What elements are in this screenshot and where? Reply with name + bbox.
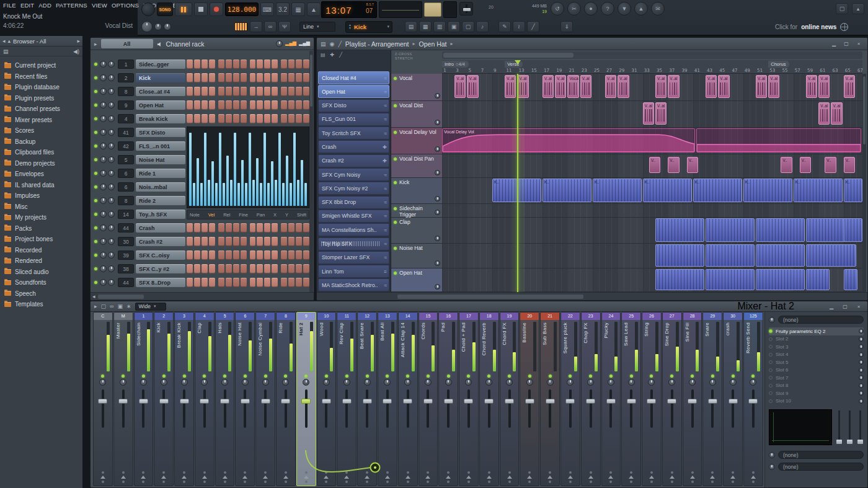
velocity-bar[interactable] <box>286 156 288 206</box>
step-cell[interactable] <box>272 87 278 96</box>
playlist-lane-kick[interactable]: K..K..K..K..K..K..K..K.. <box>442 178 862 204</box>
mixer-strip-hats[interactable]: 5Hats <box>215 312 235 486</box>
step-cell[interactable] <box>281 278 287 287</box>
fx-slot-led[interactable] <box>769 345 773 348</box>
keyboard-editor-icon[interactable]: ▂▄▆ <box>299 40 310 47</box>
strip-mute-led[interactable] <box>439 373 458 379</box>
send-dot[interactable] <box>285 481 287 483</box>
step-cell[interactable] <box>194 223 200 233</box>
step-cell[interactable] <box>209 251 215 260</box>
browser-view-icon[interactable]: ▤ <box>3 48 9 55</box>
clip-kick[interactable]: K.. <box>844 179 862 202</box>
step-cell[interactable] <box>241 73 247 82</box>
send-dot[interactable] <box>488 481 490 483</box>
browser-item-il-shared-data[interactable]: IL shared data <box>0 180 82 191</box>
mixer-plugin-icon[interactable]: ▣ <box>117 303 123 309</box>
send-dot[interactable] <box>508 481 511 483</box>
playlist-track-header-vocal-dist-pan[interactable]: Vocal Dist Pan <box>391 154 442 178</box>
strip-fader[interactable] <box>236 388 254 430</box>
step-cell[interactable] <box>272 73 278 82</box>
graph-editor-icon[interactable]: ▂▄▆ <box>285 40 296 47</box>
step-cell[interactable] <box>194 114 200 123</box>
step-cell[interactable] <box>272 60 278 69</box>
channel-mute-led[interactable] <box>94 76 97 79</box>
velocity-bar[interactable] <box>234 133 236 206</box>
strip-mute-led[interactable] <box>236 373 254 379</box>
step-cell[interactable] <box>250 60 256 69</box>
browser-item-backup[interactable]: Backup <box>0 136 82 148</box>
clip-vocal-dist[interactable]: V..al <box>655 102 666 125</box>
master-volume-knob[interactable] <box>141 21 153 32</box>
step-cell[interactable] <box>194 60 200 69</box>
browser-icon[interactable]: ▢ <box>462 21 474 32</box>
route-arrow-icon[interactable] <box>161 476 166 479</box>
route-arrow-icon[interactable] <box>223 476 228 479</box>
send-dot[interactable] <box>732 481 734 483</box>
browser-item-rendered[interactable]: Rendered <box>0 255 82 267</box>
channel-pan-knob[interactable] <box>100 129 107 136</box>
step-cell[interactable] <box>264 278 270 287</box>
mixer-strip-sub-bass[interactable]: 21Sub Bass <box>540 312 560 486</box>
browser-item-plugin-presets[interactable]: Plugin presets <box>0 93 82 104</box>
mixer-strip-pad[interactable]: 16Pad <box>438 312 458 486</box>
step-cell[interactable] <box>281 237 287 246</box>
clip-open-hat[interactable] <box>806 269 830 290</box>
step-cell[interactable] <box>241 114 247 123</box>
mixer-icon[interactable]: ▣ <box>448 21 460 32</box>
track-led[interactable] <box>394 157 397 161</box>
step-cell[interactable] <box>281 60 287 69</box>
clip-vocal-delay-vol[interactable] <box>696 128 861 153</box>
send-dot[interactable] <box>691 481 694 483</box>
channel-volume-knob[interactable] <box>108 74 115 81</box>
play-button[interactable] <box>175 2 192 16</box>
clip-vocal[interactable]: V..al <box>542 75 554 98</box>
velocity-bar[interactable] <box>215 183 218 206</box>
clip-kick[interactable]: K.. <box>693 179 742 202</box>
mixer-maximize-button[interactable]: ▢ <box>840 303 850 311</box>
slide-icon[interactable]: ≀ <box>513 21 525 32</box>
picker-item-smigen-whistle-sfx[interactable]: Smigen Whistle SFX≈ <box>318 210 389 223</box>
step-cell[interactable] <box>257 278 263 287</box>
strip-fader[interactable] <box>195 388 214 430</box>
step-cell[interactable] <box>233 114 239 123</box>
clip-clap[interactable] <box>706 218 755 242</box>
track-knob[interactable] <box>435 170 440 175</box>
mixer-strip-noise-cymbal[interactable]: 7Noise Cymbal <box>255 312 275 486</box>
channel-mute-led[interactable] <box>94 131 97 134</box>
strip-fader[interactable] <box>175 388 193 430</box>
route-arrow-icon[interactable] <box>547 476 552 479</box>
strip-fader[interactable] <box>500 388 519 430</box>
strip-pan-knob[interactable] <box>709 379 716 386</box>
mixer-strip-break-kick[interactable]: 3Break Kick <box>174 312 194 486</box>
step-cell[interactable] <box>209 73 215 82</box>
mixer-strip-saw-lead[interactable]: 25Saw Lead <box>621 312 641 486</box>
mixer-strip-wood[interactable]: 10Wood <box>317 312 337 486</box>
clip-open-hat[interactable] <box>655 269 704 290</box>
fader-handle[interactable] <box>688 399 697 404</box>
step-cell[interactable] <box>303 264 309 273</box>
channel-button-sfx-8-drop[interactable]: SFX 8..Drop <box>136 278 185 287</box>
step-cell[interactable] <box>187 100 193 110</box>
strip-mute-led[interactable] <box>622 373 640 379</box>
strip-pan-knob[interactable] <box>547 379 554 386</box>
channel-pan-knob[interactable] <box>100 184 107 190</box>
step-cell[interactable] <box>209 87 215 96</box>
clip-kick[interactable]: K.. <box>542 179 591 202</box>
fx-input-knob[interactable] <box>769 317 775 323</box>
clip-noise-hat[interactable] <box>806 244 856 267</box>
fx-slot-mix-knob[interactable] <box>859 329 864 334</box>
fader-handle[interactable] <box>423 399 433 404</box>
strip-fader[interactable] <box>439 388 458 430</box>
step-cell[interactable] <box>226 264 232 273</box>
step-cell[interactable] <box>226 251 232 260</box>
link-icon[interactable]: ∞ <box>264 21 277 32</box>
channel-volume-knob[interactable] <box>108 252 115 259</box>
velocity-bar[interactable] <box>301 160 303 206</box>
strip-mute-led[interactable] <box>114 373 133 379</box>
fx-slot-mix-knob[interactable] <box>859 344 864 349</box>
channel-button-nois-mbal[interactable]: Nois..mbal <box>136 182 185 192</box>
clip-vocal-dist-pan[interactable]: V.. <box>781 157 792 173</box>
playlist-track-header-vocal[interactable]: Vocal <box>391 74 442 101</box>
step-cell[interactable] <box>303 278 309 287</box>
channel-mute-led[interactable] <box>94 240 97 243</box>
